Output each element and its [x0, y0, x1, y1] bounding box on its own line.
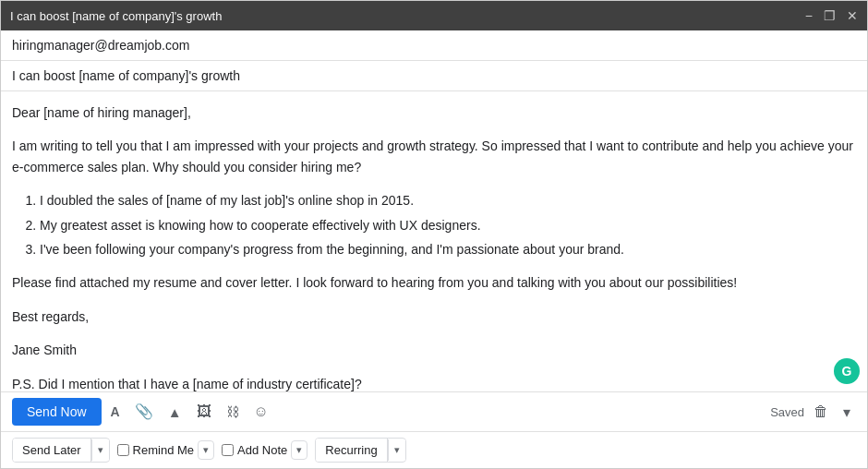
postscript: P.S. Did I mention that I have a [name o…	[12, 374, 856, 391]
trash-icon: 🗑	[814, 403, 828, 419]
window-title: I can boost [name of company]'s growth	[10, 9, 222, 23]
to-input[interactable]	[12, 38, 856, 53]
recurring-dropdown[interactable]: ▾	[388, 439, 405, 461]
grammarly-button[interactable]: G	[834, 358, 860, 384]
list-item: My greatest asset is knowing how to coop…	[40, 215, 856, 235]
remind-me-dropdown[interactable]: ▾	[198, 440, 214, 460]
toolbar: Send Now A 📎 ▲ 🖼 ⛓ ☺ Saved 🗑 ▾	[1, 391, 867, 431]
remind-me-checkbox[interactable]	[117, 444, 129, 456]
closing: Best regards,	[12, 307, 856, 327]
send-later-button[interactable]: Send Later	[13, 439, 91, 462]
add-note-dropdown[interactable]: ▾	[291, 440, 307, 460]
subject-input[interactable]	[12, 68, 856, 83]
paragraph1: I am writing to tell you that I am impre…	[12, 136, 856, 177]
more-options-button[interactable]: ▾	[838, 400, 856, 425]
to-field-row	[1, 30, 867, 61]
drive-icon: ▲	[168, 405, 182, 419]
remind-me-group: Remind Me ▾	[117, 440, 214, 460]
list-item: I've been following your company's progr…	[40, 239, 856, 259]
add-note-checkbox[interactable]	[222, 444, 234, 456]
add-note-group: Add Note ▾	[222, 440, 307, 460]
paragraph2: Please find attached my resume and cover…	[12, 272, 856, 293]
link-icon: ⛓	[226, 405, 239, 418]
insert-emoji-button[interactable]: ☺	[248, 401, 274, 423]
attach-file-button[interactable]: 📎	[129, 401, 159, 423]
add-note-label: Add Note	[237, 443, 287, 457]
send-now-button[interactable]: Send Now	[12, 398, 102, 426]
send-later-group: Send Later ▾	[12, 438, 110, 463]
insert-link-button[interactable]: ⛓	[221, 402, 245, 422]
window-controls: − ❐ ✕	[805, 9, 858, 22]
recurring-group: Recurring ▾	[315, 438, 405, 463]
emoji-icon: ☺	[254, 404, 269, 419]
greeting: Dear [name of hiring manager],	[12, 102, 856, 123]
remind-me-label: Remind Me	[133, 443, 194, 457]
email-body[interactable]: Dear [name of hiring manager], I am writ…	[1, 91, 867, 391]
send-later-dropdown[interactable]: ▾	[91, 439, 109, 461]
chevron-down-icon: ▾	[843, 404, 850, 420]
title-bar: I can boost [name of company]'s growth −…	[1, 1, 867, 30]
insert-photo-button[interactable]: 🖼	[191, 401, 217, 423]
restore-button[interactable]: ❐	[824, 9, 836, 22]
format-text-icon: A	[111, 405, 120, 418]
signature: Jane Smith	[12, 340, 856, 360]
list: I doubled the sales of [name of my last …	[40, 190, 856, 259]
format-text-button[interactable]: A	[105, 402, 126, 422]
paperclip-icon: 📎	[135, 404, 153, 419]
insert-drive-button[interactable]: ▲	[163, 402, 187, 423]
recurring-button[interactable]: Recurring	[316, 439, 387, 462]
list-item: I doubled the sales of [name of my last …	[40, 190, 856, 210]
saved-label: Saved	[770, 405, 804, 419]
photo-icon: 🖼	[197, 404, 211, 419]
discard-button[interactable]: 🗑	[808, 400, 834, 424]
close-button[interactable]: ✕	[847, 9, 858, 22]
subject-field-row	[1, 61, 867, 91]
compose-window: I can boost [name of company]'s growth −…	[0, 0, 868, 469]
action-bar: Send Later ▾ Remind Me ▾ Add Note ▾ Recu…	[1, 431, 867, 468]
minimize-button[interactable]: −	[805, 9, 813, 22]
